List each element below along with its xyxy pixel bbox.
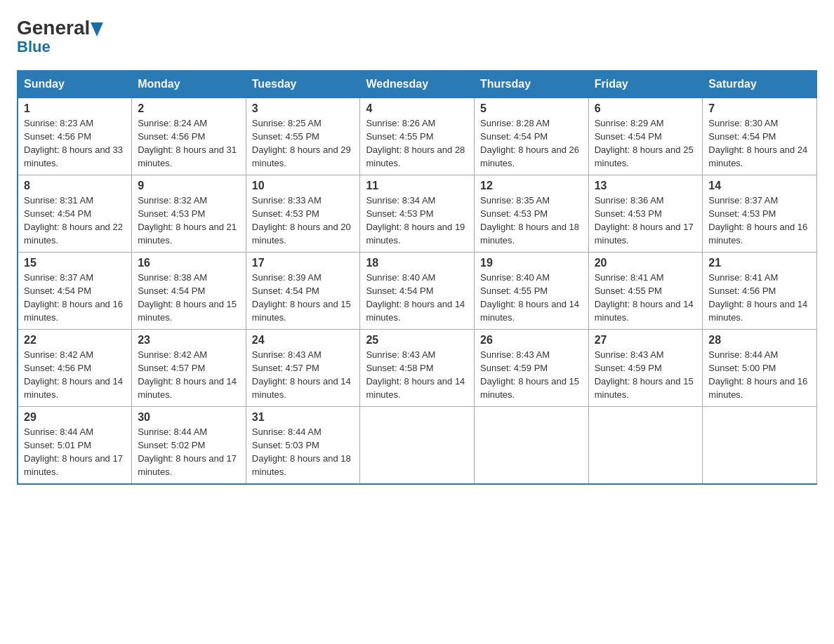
calendar-cell: 30Sunrise: 8:44 AMSunset: 5:02 PMDayligh… [132, 407, 246, 484]
daylight-label: Daylight: 8 hours and 17 minutes. [138, 453, 237, 477]
day-info: Sunrise: 8:44 AMSunset: 5:02 PMDaylight:… [138, 426, 240, 478]
sunset-label: Sunset: 4:54 PM [366, 286, 433, 296]
daylight-label: Daylight: 8 hours and 15 minutes. [138, 299, 237, 323]
day-number: 27 [595, 334, 697, 347]
calendar-cell: 26Sunrise: 8:43 AMSunset: 4:59 PMDayligh… [475, 330, 589, 407]
sunset-label: Sunset: 4:54 PM [138, 286, 205, 296]
day-info: Sunrise: 8:35 AMSunset: 4:53 PMDaylight:… [480, 194, 583, 247]
daylight-label: Daylight: 8 hours and 16 minutes. [708, 376, 807, 400]
day-info: Sunrise: 8:43 AMSunset: 4:58 PMDaylight:… [366, 349, 468, 401]
day-number: 24 [252, 334, 355, 347]
daylight-label: Daylight: 8 hours and 26 minutes. [480, 145, 579, 168]
sunrise-label: Sunrise: 8:26 AM [366, 118, 435, 128]
day-number: 23 [138, 334, 240, 347]
sunset-label: Sunset: 4:53 PM [366, 208, 433, 219]
day-number: 12 [480, 180, 583, 192]
sunset-label: Sunset: 4:54 PM [480, 131, 548, 142]
col-header-wednesday: Wednesday [360, 71, 475, 98]
calendar-week-row: 29Sunrise: 8:44 AMSunset: 5:01 PMDayligh… [18, 407, 817, 484]
sunset-label: Sunset: 4:56 PM [708, 286, 776, 296]
sunrise-label: Sunrise: 8:32 AM [138, 195, 207, 206]
sunset-label: Sunset: 4:59 PM [480, 363, 548, 373]
sunrise-label: Sunrise: 8:43 AM [252, 349, 322, 360]
sunset-label: Sunset: 5:03 PM [252, 440, 319, 450]
sunset-label: Sunset: 4:55 PM [252, 131, 319, 142]
day-info: Sunrise: 8:44 AMSunset: 5:00 PMDaylight:… [708, 349, 811, 401]
daylight-label: Daylight: 8 hours and 14 minutes. [366, 299, 465, 323]
sunset-label: Sunset: 4:58 PM [366, 363, 433, 373]
calendar-week-row: 22Sunrise: 8:42 AMSunset: 4:56 PMDayligh… [18, 330, 817, 407]
col-header-tuesday: Tuesday [246, 71, 360, 98]
calendar-cell: 7Sunrise: 8:30 AMSunset: 4:54 PMDaylight… [703, 98, 817, 175]
daylight-label: Daylight: 8 hours and 14 minutes. [138, 376, 237, 400]
daylight-label: Daylight: 8 hours and 18 minutes. [480, 222, 579, 246]
daylight-label: Daylight: 8 hours and 25 minutes. [595, 145, 694, 168]
day-info: Sunrise: 8:32 AMSunset: 4:53 PMDaylight:… [138, 194, 240, 247]
day-number: 13 [595, 180, 697, 192]
calendar-cell: 11Sunrise: 8:34 AMSunset: 4:53 PMDayligh… [360, 175, 475, 253]
calendar-cell: 4Sunrise: 8:26 AMSunset: 4:55 PMDaylight… [360, 98, 475, 175]
daylight-label: Daylight: 8 hours and 33 minutes. [24, 145, 123, 168]
sunrise-label: Sunrise: 8:43 AM [595, 349, 664, 360]
day-info: Sunrise: 8:42 AMSunset: 4:57 PMDaylight:… [138, 349, 240, 401]
daylight-label: Daylight: 8 hours and 15 minutes. [252, 299, 351, 323]
daylight-label: Daylight: 8 hours and 14 minutes. [595, 299, 694, 323]
calendar-cell [588, 407, 703, 484]
sunset-label: Sunset: 4:53 PM [708, 208, 776, 219]
daylight-label: Daylight: 8 hours and 18 minutes. [252, 453, 351, 477]
day-info: Sunrise: 8:38 AMSunset: 4:54 PMDaylight:… [138, 271, 240, 324]
calendar-cell [703, 407, 817, 484]
sunset-label: Sunset: 5:02 PM [138, 440, 205, 450]
daylight-label: Daylight: 8 hours and 28 minutes. [366, 145, 465, 168]
daylight-label: Daylight: 8 hours and 16 minutes. [708, 222, 807, 246]
sunset-label: Sunset: 4:56 PM [24, 131, 91, 142]
daylight-label: Daylight: 8 hours and 16 minutes. [24, 299, 123, 323]
sunrise-label: Sunrise: 8:44 AM [252, 427, 322, 437]
day-info: Sunrise: 8:36 AMSunset: 4:53 PMDaylight:… [595, 194, 697, 247]
daylight-label: Daylight: 8 hours and 14 minutes. [366, 376, 465, 400]
sunrise-label: Sunrise: 8:41 AM [595, 272, 664, 283]
sunrise-label: Sunrise: 8:33 AM [252, 195, 322, 206]
sunset-label: Sunset: 4:59 PM [595, 363, 662, 373]
sunrise-label: Sunrise: 8:38 AM [138, 272, 207, 283]
day-number: 10 [252, 180, 355, 192]
day-info: Sunrise: 8:41 AMSunset: 4:55 PMDaylight:… [595, 271, 697, 324]
col-header-monday: Monday [132, 71, 246, 98]
day-number: 14 [708, 180, 811, 192]
calendar-cell [475, 407, 589, 484]
daylight-label: Daylight: 8 hours and 14 minutes. [480, 299, 579, 323]
calendar-week-row: 15Sunrise: 8:37 AMSunset: 4:54 PMDayligh… [18, 253, 817, 330]
day-number: 21 [708, 257, 811, 269]
daylight-label: Daylight: 8 hours and 14 minutes. [708, 299, 807, 323]
sunrise-label: Sunrise: 8:43 AM [366, 349, 435, 360]
sunrise-label: Sunrise: 8:41 AM [708, 272, 778, 283]
calendar-cell: 8Sunrise: 8:31 AMSunset: 4:54 PMDaylight… [18, 175, 132, 253]
logo-blue-text: Blue [17, 38, 51, 56]
daylight-label: Daylight: 8 hours and 17 minutes. [24, 453, 123, 477]
sunset-label: Sunset: 4:57 PM [138, 363, 205, 373]
day-number: 7 [708, 102, 811, 115]
sunset-label: Sunset: 4:53 PM [480, 208, 548, 219]
calendar-cell: 21Sunrise: 8:41 AMSunset: 4:56 PMDayligh… [703, 253, 817, 330]
sunrise-label: Sunrise: 8:30 AM [708, 118, 778, 128]
day-info: Sunrise: 8:28 AMSunset: 4:54 PMDaylight:… [480, 117, 583, 170]
calendar-cell: 18Sunrise: 8:40 AMSunset: 4:54 PMDayligh… [360, 253, 475, 330]
sunrise-label: Sunrise: 8:28 AM [480, 118, 550, 128]
day-info: Sunrise: 8:30 AMSunset: 4:54 PMDaylight:… [708, 117, 811, 170]
sunset-label: Sunset: 4:54 PM [252, 286, 319, 296]
col-header-saturday: Saturday [703, 71, 817, 98]
calendar-cell: 25Sunrise: 8:43 AMSunset: 4:58 PMDayligh… [360, 330, 475, 407]
calendar-cell: 3Sunrise: 8:25 AMSunset: 4:55 PMDaylight… [246, 98, 360, 175]
day-info: Sunrise: 8:40 AMSunset: 4:54 PMDaylight:… [366, 271, 468, 324]
sunrise-label: Sunrise: 8:29 AM [595, 118, 664, 128]
col-header-sunday: Sunday [18, 71, 132, 98]
sunset-label: Sunset: 4:53 PM [252, 208, 319, 219]
day-number: 22 [24, 334, 126, 347]
day-number: 8 [24, 180, 126, 192]
calendar-cell: 23Sunrise: 8:42 AMSunset: 4:57 PMDayligh… [132, 330, 246, 407]
calendar-cell: 10Sunrise: 8:33 AMSunset: 4:53 PMDayligh… [246, 175, 360, 253]
daylight-label: Daylight: 8 hours and 17 minutes. [595, 222, 694, 246]
day-info: Sunrise: 8:43 AMSunset: 4:59 PMDaylight:… [595, 349, 697, 401]
calendar-cell: 31Sunrise: 8:44 AMSunset: 5:03 PMDayligh… [246, 407, 360, 484]
daylight-label: Daylight: 8 hours and 19 minutes. [366, 222, 465, 246]
